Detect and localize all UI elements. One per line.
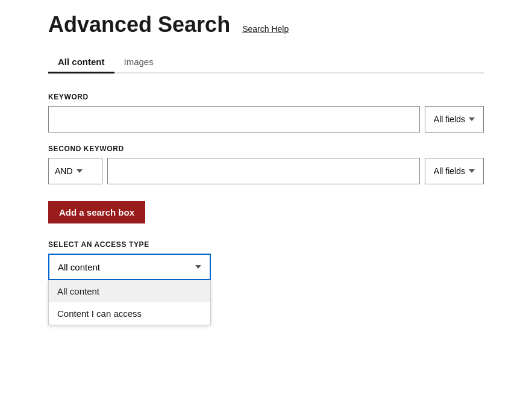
tab-all-content[interactable]: All content xyxy=(48,52,114,73)
access-type-label: SELECT AN ACCESS TYPE xyxy=(48,240,484,249)
page-title: Advanced Search xyxy=(48,12,230,37)
second-keyword-row: AND All fields xyxy=(48,158,484,184)
operator-chevron-icon xyxy=(77,169,83,173)
add-search-box-button[interactable]: Add a search box xyxy=(48,201,145,223)
access-type-section: SELECT AN ACCESS TYPE All content All co… xyxy=(48,240,484,280)
keyword-section: KEYWORD All fields xyxy=(48,93,484,133)
access-type-option-content-i-can-access[interactable]: Content I can access xyxy=(49,302,210,325)
page-header: Advanced Search Search Help xyxy=(48,12,484,37)
keyword-field-chevron-icon xyxy=(469,117,475,121)
second-keyword-field-select-button[interactable]: All fields xyxy=(425,158,484,184)
access-type-chevron-icon xyxy=(195,265,201,269)
keyword-label: KEYWORD xyxy=(48,93,484,101)
access-type-option-all-content[interactable]: All content xyxy=(49,280,210,302)
operator-select-button[interactable]: AND xyxy=(48,158,102,184)
second-keyword-field-select-label: All fields xyxy=(434,166,465,176)
operator-label: AND xyxy=(55,166,73,176)
access-type-select-container: All content All content Content I can ac… xyxy=(48,254,211,280)
access-type-dropdown-menu: All content Content I can access xyxy=(48,280,211,325)
second-keyword-section: SECOND KEYWORD AND All fields xyxy=(48,145,484,184)
keyword-field-select-label: All fields xyxy=(434,114,465,124)
second-keyword-input[interactable] xyxy=(107,158,420,184)
tab-images[interactable]: Images xyxy=(114,52,163,73)
tabs-container: All content Images xyxy=(48,52,484,73)
second-keyword-label: SECOND KEYWORD xyxy=(48,145,484,153)
access-type-selected-value: All content xyxy=(58,262,100,272)
keyword-field-select-button[interactable]: All fields xyxy=(425,106,484,133)
access-type-select-button[interactable]: All content xyxy=(48,254,211,280)
keyword-row: All fields xyxy=(48,106,484,133)
keyword-input[interactable] xyxy=(48,106,420,133)
search-help-link[interactable]: Search Help xyxy=(242,24,289,34)
second-keyword-field-chevron-icon xyxy=(469,169,475,173)
